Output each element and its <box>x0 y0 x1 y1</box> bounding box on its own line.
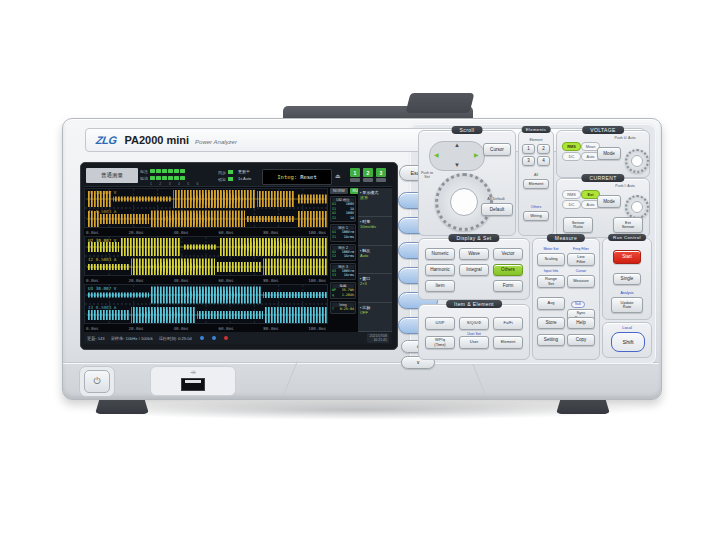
measure-key-slot: Freq FilterLine Filter <box>567 247 595 266</box>
screen-topbar: 普通测量 电压 电流 1 2 3 4 5 6 同步 锁定 更新率 1s Auto… <box>84 166 392 187</box>
softmenu-item: ▪窗口2×3 <box>358 274 392 303</box>
trace-current-label: I1 0.5003 A <box>88 209 116 214</box>
measure-key[interactable]: Avg <box>537 297 565 310</box>
waveform-area: U1 30.007 VI1 0.5003 A0.0ms20.0ms40.0ms6… <box>84 188 328 332</box>
scroll-knob-cap[interactable] <box>450 188 478 216</box>
push-to-set-label: Push to Set <box>419 171 435 179</box>
measure-shift-label: Input Info <box>537 269 565 274</box>
element-key-2[interactable]: 2 <box>537 144 550 154</box>
all-label: All <box>519 173 553 177</box>
sync-label: 同步 <box>218 170 226 175</box>
display-key-vector[interactable]: Vector <box>493 248 523 260</box>
measure-shift-label: Cursor <box>567 269 595 274</box>
time-tick-label: 80.0ms <box>263 230 278 235</box>
power-button[interactable]: ⏻ <box>84 370 110 393</box>
display-key-item[interactable]: Item <box>425 280 455 292</box>
display-key-wave[interactable]: Wave <box>459 248 489 260</box>
trace-voltage-label: U3 30.007 V <box>88 286 116 291</box>
time-tick-label: 0.0ms <box>86 278 99 283</box>
current-range-knob[interactable] <box>625 195 649 219</box>
channel-led <box>162 169 167 173</box>
eject-icon: ⏏ <box>335 172 341 179</box>
wave-svg <box>85 285 327 323</box>
single-button[interactable]: Single <box>613 273 641 285</box>
wiring-button[interactable]: Wiring <box>523 211 549 221</box>
measure-key[interactable]: Measure <box>567 275 595 288</box>
element-badge-number: 2 <box>363 168 373 177</box>
element-badge: 3 <box>376 168 386 182</box>
voltage-section-title: VOLTAGE <box>582 126 624 134</box>
measure-key-store[interactable]: Store <box>537 317 565 329</box>
display-key-harmonic[interactable]: Harmonic <box>425 264 455 276</box>
scroll-knob[interactable] <box>435 173 493 231</box>
trace-voltage-label: U2 30.007 V <box>88 238 116 243</box>
default-button[interactable]: Default <box>481 203 513 216</box>
measure-shift-label: Null <box>571 301 585 308</box>
arrow-right-icon[interactable]: ▶ <box>474 152 479 158</box>
drop-shadow <box>80 400 640 420</box>
item-key[interactable]: User <box>459 336 489 349</box>
readout-row: I11Arms <box>332 235 354 240</box>
voltage-section: VOLTAGE RMSMeanDCAuto Mode Push U: Auto <box>556 130 650 178</box>
measure-key[interactable]: Line Filter <box>567 253 595 266</box>
measure-key-help[interactable]: Help <box>567 317 595 329</box>
element-number-keys: 1234 <box>522 144 550 166</box>
measure-key[interactable]: Scaling <box>537 253 565 266</box>
readout-row: I21Arms <box>332 254 354 259</box>
element-key-1[interactable]: 1 <box>522 144 535 154</box>
channel-led-block: 电压 电流 1 2 3 4 5 6 <box>140 168 216 186</box>
display-key-numeric[interactable]: Numeric <box>425 248 455 260</box>
current-led-label: 电流 <box>140 176 150 181</box>
integ-label: Integ: <box>277 174 297 180</box>
mode-led-dc: DC <box>562 152 581 161</box>
measure-keys-top: Motor SetScalingFreq FilterLine FilterIn… <box>537 247 595 322</box>
cursor-button[interactable]: Cursor <box>483 143 511 156</box>
start-button[interactable]: Start <box>613 250 641 264</box>
readout-group: 同步 3U3100VrmI31Arms <box>330 263 356 280</box>
current-mode-button[interactable]: Mode <box>597 195 621 208</box>
measure-key-copy[interactable]: Copy <box>567 334 595 346</box>
readout-group: 同步 1U1100VrmI11Arms <box>330 224 356 241</box>
scroll-arrow-pad[interactable]: ▲ ◀ ▶ ▼ <box>429 141 485 171</box>
model-subtitle: Power Analyzer <box>195 139 237 145</box>
readout-row: I31Arms <box>332 273 354 278</box>
voltage-range-knob[interactable] <box>625 149 649 173</box>
item-key[interactable]: Fu/Fi <box>493 317 523 330</box>
all-element-button[interactable]: Element <box>523 179 549 189</box>
channel-led <box>156 169 161 173</box>
brand-logo: ZLG <box>95 134 117 146</box>
channel-led <box>174 176 179 180</box>
time-tick-label: 0.0ms <box>86 326 99 331</box>
ext-sensor-button[interactable]: Ext Sensor <box>613 217 643 233</box>
softmenu-item: ▪显示模式波形 <box>358 188 392 217</box>
display-key-integral[interactable]: Integral <box>459 264 489 276</box>
arrow-down-icon[interactable]: ▼ <box>454 162 460 168</box>
channel-led <box>180 176 185 180</box>
update-rate-button[interactable]: Update Rate <box>611 297 643 313</box>
voltage-knob-cap[interactable] <box>631 155 643 167</box>
sync-led <box>228 170 233 174</box>
item-key[interactable]: S/Q/λ/Φ <box>459 317 489 330</box>
display-key-form[interactable]: Form <box>493 280 523 292</box>
local-label: Local <box>603 325 651 330</box>
item-key[interactable]: Element <box>493 336 523 349</box>
measure-key[interactable]: Range Set <box>537 275 565 288</box>
display-key-others[interactable]: Others <box>493 264 523 276</box>
element-key-3[interactable]: 3 <box>522 156 535 166</box>
current-knob-cap[interactable] <box>631 201 643 213</box>
measure-key-setting[interactable]: Setting <box>537 334 565 346</box>
time-tick-label: 80.0ms <box>263 326 278 331</box>
element-key-4[interactable]: 4 <box>537 156 550 166</box>
voltage-mode-button[interactable]: Mode <box>597 147 621 160</box>
arrow-up-icon[interactable]: ▲ <box>454 142 460 148</box>
item-key[interactable]: U/I/P <box>425 317 455 330</box>
shift-button[interactable]: Shift <box>611 332 645 352</box>
item-key[interactable]: WP/q (Time) <box>425 336 455 349</box>
readout-row: q1.20Ah <box>332 293 354 298</box>
arrow-left-icon[interactable]: ◀ <box>434 152 439 158</box>
usb-port[interactable] <box>181 378 205 391</box>
sensor-ratio-button[interactable]: Sensor Ratio <box>563 217 593 233</box>
softmenu-item: ▪触发Auto <box>358 246 392 275</box>
measure-keys-bottom: StoreHelpSettingCopy <box>537 317 595 346</box>
readout-value: 1Arms <box>344 235 354 240</box>
